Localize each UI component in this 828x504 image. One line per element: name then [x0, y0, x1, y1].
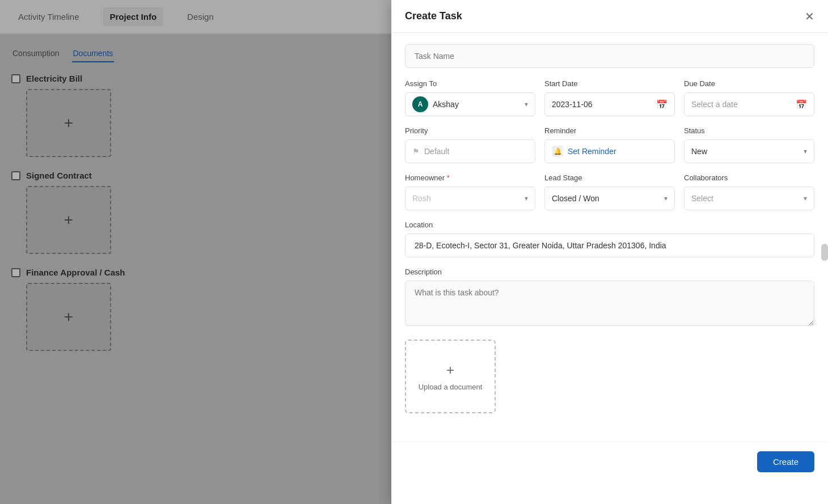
status-dropdown[interactable]: New ▾	[684, 139, 814, 163]
homeowner-dropdown[interactable]: Rosh ▾	[405, 187, 535, 210]
homeowner-group: Homeowner * Rosh ▾	[405, 173, 535, 210]
upload-label: Upload a document	[419, 383, 483, 391]
reminder-label: Reminder	[544, 126, 675, 135]
lead-stage-label: Lead Stage	[544, 173, 675, 182]
priority-label: Priority	[405, 126, 535, 135]
collaborators-dropdown[interactable]: Select ▾	[684, 187, 814, 210]
description-label: Description	[405, 268, 814, 276]
priority-control[interactable]: ⚑ Default	[405, 139, 535, 163]
lead-stage-value: Closed / Won	[552, 194, 599, 203]
start-date-input[interactable]: 2023-11-06 📅	[544, 92, 675, 116]
priority-group: Priority ⚑ Default	[405, 126, 535, 163]
assign-to-group: Assign To A Akshay ▾	[405, 79, 535, 116]
homeowner-label: Homeowner *	[405, 173, 535, 182]
close-button[interactable]: ✕	[805, 11, 814, 22]
upload-document-box[interactable]: + Upload a document	[405, 340, 496, 413]
chevron-down-icon-collab: ▾	[804, 194, 807, 202]
collaborators-group: Collaborators Select ▾	[684, 173, 814, 210]
due-date-input[interactable]: Select a date 📅	[684, 92, 814, 116]
collaborators-placeholder: Select	[691, 194, 713, 203]
upload-plus-icon: +	[446, 362, 454, 378]
modal-body: Assign To A Akshay ▾ Start Date 2023-11-…	[391, 33, 828, 442]
status-value: New	[691, 147, 707, 156]
form-row-3: Homeowner * Rosh ▾ Lead Stage Closed / W…	[405, 173, 814, 210]
form-row-1: Assign To A Akshay ▾ Start Date 2023-11-…	[405, 79, 814, 116]
status-group: Status New ▾	[684, 126, 814, 163]
scrollbar[interactable]	[821, 244, 828, 261]
assignee-name: Akshay	[433, 100, 459, 109]
reminder-group: Reminder 🔔 Set Reminder	[544, 126, 675, 163]
required-marker: *	[447, 173, 450, 182]
lead-stage-group: Lead Stage Closed / Won ▾	[544, 173, 675, 210]
start-date-value: 2023-11-06	[552, 100, 593, 109]
collaborators-label: Collaborators	[684, 173, 814, 182]
start-date-label: Start Date	[544, 79, 675, 88]
modal-title: Create Task	[405, 10, 462, 22]
start-date-group: Start Date 2023-11-06 📅	[544, 79, 675, 116]
chevron-down-icon-status: ▾	[804, 147, 807, 155]
modal-header: Create Task ✕	[391, 0, 828, 33]
create-button[interactable]: Create	[757, 451, 814, 472]
due-date-label: Due Date	[684, 79, 814, 88]
avatar: A	[412, 96, 428, 112]
modal-footer: Create	[391, 442, 828, 481]
reminder-icon: 🔔	[552, 146, 563, 157]
description-textarea[interactable]	[405, 281, 814, 326]
status-label: Status	[684, 126, 814, 135]
task-name-input[interactable]	[405, 44, 814, 68]
location-section: Location 28-D, Ecotech-I, Sector 31, Gre…	[405, 221, 814, 257]
create-task-modal: Create Task ✕ Assign To A Akshay ▾	[391, 0, 828, 504]
modal-overlay	[0, 0, 391, 504]
chevron-down-icon-homeowner: ▾	[525, 194, 528, 202]
chevron-down-icon-lead: ▾	[664, 194, 668, 202]
assign-to-dropdown[interactable]: A Akshay ▾	[405, 92, 535, 116]
assign-to-label: Assign To	[405, 79, 535, 88]
location-value: 28-D, Ecotech-I, Sector 31, Greater Noid…	[405, 234, 814, 257]
priority-default: Default	[424, 147, 449, 156]
reminder-text: Set Reminder	[568, 147, 616, 156]
chevron-down-icon: ▾	[525, 100, 528, 108]
homeowner-placeholder: Rosh	[412, 194, 431, 203]
flag-icon: ⚑	[412, 147, 420, 156]
reminder-control[interactable]: 🔔 Set Reminder	[544, 139, 675, 163]
calendar-icon-due: 📅	[796, 99, 807, 110]
calendar-icon-start: 📅	[656, 99, 668, 110]
due-date-group: Due Date Select a date 📅	[684, 79, 814, 116]
description-section: Description	[405, 268, 814, 328]
due-date-placeholder: Select a date	[691, 100, 738, 109]
location-label: Location	[405, 221, 814, 229]
lead-stage-dropdown[interactable]: Closed / Won ▾	[544, 187, 675, 210]
form-row-2: Priority ⚑ Default Reminder 🔔 Set Remind…	[405, 126, 814, 163]
